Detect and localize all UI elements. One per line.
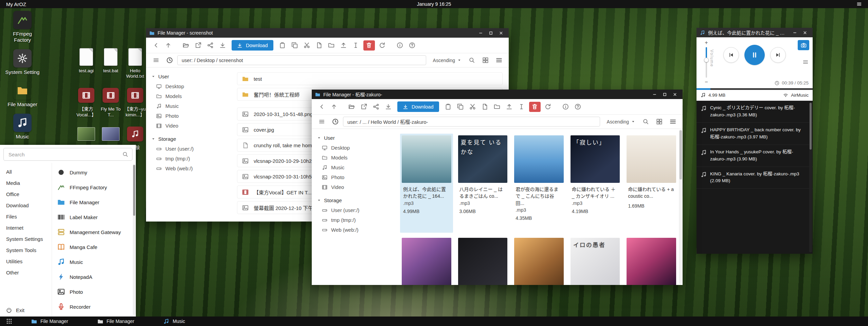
app-item-ffmpeg-factory[interactable]: FFmpeg Factory [52, 180, 136, 195]
minimize-button[interactable] [650, 91, 659, 98]
aroz-brand[interactable]: My ArOZ [6, 1, 26, 7]
list-view-button[interactable] [667, 117, 679, 127]
music-file-item[interactable]: 例えば、今此処に置かれた花に _ 164... .mp3 4.99MB [400, 134, 453, 233]
player-menu-button[interactable] [802, 59, 809, 65]
volume-down[interactable]: − [705, 79, 708, 85]
close-button[interactable] [670, 91, 679, 98]
launcher-file-manager[interactable]: File Manager [3, 81, 41, 108]
pause-button[interactable] [744, 45, 765, 65]
app-item-manga-cafe[interactable]: Manga Cafe [52, 239, 136, 254]
desktop-file[interactable]: test.bat [98, 47, 123, 79]
music-file-item[interactable]: 夏を見て いるかな 八月のレイニー _ はるまきごはん co... .mp3 3… [456, 134, 509, 233]
sort-dropdown[interactable]: Ascending [433, 58, 461, 63]
properties-button[interactable] [394, 40, 406, 51]
close-button[interactable] [496, 29, 505, 37]
minimize-button[interactable] [790, 29, 799, 36]
back-button[interactable] [316, 102, 327, 112]
desktop-file[interactable]: Fly Me To T... [98, 86, 123, 117]
playlist-scrollbar[interactable] [809, 102, 812, 252]
sidebar-item-models[interactable]: Models [312, 153, 397, 162]
cut-button[interactable] [301, 40, 313, 51]
maximize-button[interactable] [486, 29, 495, 37]
app-item-management-gateway[interactable]: Management Gateway [52, 225, 136, 239]
copy-button[interactable] [289, 40, 301, 51]
rename-button[interactable] [516, 102, 527, 112]
app-item-notepada[interactable]: NotepadA [52, 269, 136, 284]
music-file-item[interactable]: 四季折々に揺蕩い... [400, 236, 453, 285]
sidebar-item-video[interactable]: Video [146, 121, 231, 131]
download-file-button[interactable] [382, 102, 394, 112]
search-button[interactable] [466, 55, 477, 65]
music-file-item[interactable]: 壺 _ HamoP cover... [456, 236, 509, 285]
airmusic-badge[interactable]: AirMusic [783, 93, 809, 98]
list-view-button[interactable] [493, 55, 505, 65]
file-row[interactable]: test [237, 72, 503, 85]
desktop-file[interactable]: Hello World.txt [123, 47, 147, 79]
refresh-button[interactable] [542, 102, 554, 112]
launcher-music[interactable]: Music [3, 114, 41, 140]
exit-button[interactable]: Exit [0, 304, 52, 317]
up-button[interactable] [162, 40, 174, 51]
music-file-item[interactable]: 菫と薄桜 _ 青く月... [512, 236, 565, 285]
new-file-button[interactable] [479, 102, 491, 112]
sidebar-item-tmp-drive[interactable]: tmp (tmp:/) [312, 215, 397, 225]
toggle-list-button[interactable] [150, 55, 162, 65]
menu-scrollbar[interactable] [133, 164, 135, 315]
open-in-new-button[interactable] [358, 102, 369, 112]
share-button[interactable] [204, 40, 216, 51]
maximize-button[interactable] [660, 91, 669, 98]
launcher-system-setting[interactable]: System Setting [3, 49, 41, 75]
download-button[interactable]: Download [397, 101, 439, 112]
desktop-file[interactable]: test.agi [74, 47, 98, 79]
music-file-item[interactable]: 君が夜の海に還るまで _ こんにちは谷田... .mp3 4.35MB [512, 134, 565, 233]
help-button[interactable] [572, 102, 584, 112]
sidebar-item-video[interactable]: Video [312, 182, 397, 192]
open-button[interactable] [346, 102, 357, 112]
breadcrumb[interactable]: user: / ... / Hello World / 柘榴-zakuro- [343, 117, 600, 127]
volume-track[interactable] [706, 47, 707, 78]
playlist-scrollbar-thumb[interactable] [810, 103, 812, 150]
rename-button[interactable] [350, 40, 362, 51]
open-in-new-button[interactable] [192, 40, 204, 51]
sidebar-section-user[interactable]: User [312, 133, 397, 143]
paste-button[interactable] [442, 102, 454, 112]
download-button[interactable]: Download [232, 40, 273, 51]
sort-dropdown[interactable]: Ascending [607, 119, 635, 124]
close-button[interactable] [800, 29, 809, 36]
upload-button[interactable] [504, 102, 515, 112]
grid-scrollbar-thumb[interactable] [680, 130, 682, 179]
app-item-photo[interactable]: Photo [52, 284, 136, 299]
app-item-music[interactable]: Music [52, 254, 136, 269]
playlist-item[interactable]: In Your Hands _ yusukeP cover. by 柘榴-zak… [697, 145, 813, 167]
sidebar-section-user[interactable]: User [146, 72, 231, 81]
copy-button[interactable] [455, 102, 466, 112]
grid-scrollbar[interactable] [679, 130, 682, 284]
category-item[interactable]: Download [0, 200, 52, 211]
window-titlebar[interactable]: File Manager - 柘榴-zakuro- [312, 90, 683, 99]
volume-up[interactable]: + [705, 40, 708, 45]
search-button[interactable] [640, 117, 651, 127]
app-item-recorder[interactable]: Recorder [52, 299, 136, 314]
sidebar-item-web-drive[interactable]: Web (web:/) [146, 164, 231, 173]
sidebar-item-photo[interactable]: Photo [312, 172, 397, 182]
grid-view-button[interactable] [480, 55, 491, 65]
app-item-label-maker[interactable]: Label Maker [52, 210, 136, 225]
sidebar-item-desktop[interactable]: Desktop [146, 81, 231, 91]
sidebar-item-desktop[interactable]: Desktop [312, 143, 397, 153]
paste-button[interactable] [277, 40, 288, 51]
window-titlebar[interactable]: File Manager - screenshot [146, 28, 509, 38]
sidebar-item-web-drive[interactable]: Web (web:/) [312, 225, 397, 235]
search-input[interactable] [3, 148, 132, 161]
delete-button[interactable] [363, 40, 375, 51]
new-folder-button[interactable] [326, 40, 337, 51]
time-machine-button[interactable] [329, 117, 341, 127]
share-button[interactable] [370, 102, 382, 112]
category-item[interactable]: Utilities [0, 256, 52, 267]
app-item-dummy[interactable]: Dummy [52, 165, 136, 180]
time-machine-button[interactable] [164, 55, 175, 65]
category-item[interactable]: System Tools [0, 245, 52, 256]
sidebar-item-user-drive[interactable]: User (user:/) [146, 144, 231, 154]
category-item[interactable]: Media [0, 177, 52, 189]
up-button[interactable] [328, 102, 340, 112]
volume-slider[interactable]: + − [703, 40, 710, 85]
